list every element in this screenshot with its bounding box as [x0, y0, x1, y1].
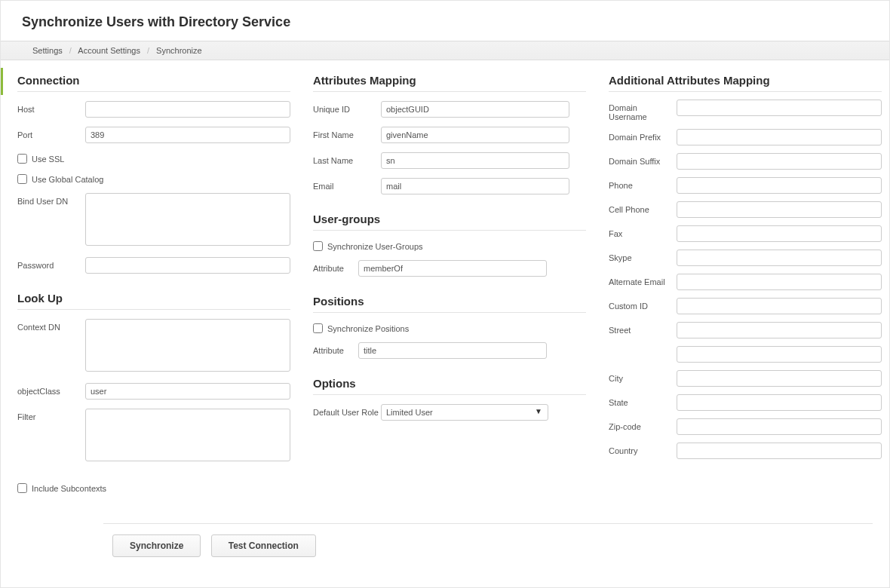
additional-attr-input[interactable]	[677, 370, 882, 387]
page-title: Synchronize Users with Directory Service	[1, 1, 889, 41]
positions-attr-input[interactable]	[358, 342, 547, 359]
breadcrumb-item[interactable]: Account Settings	[78, 46, 140, 55]
default-user-role-select[interactable]: Limited User	[381, 404, 548, 421]
additional-attr-label: City	[609, 370, 677, 383]
additional-attr-row: Country	[609, 443, 882, 459]
section-user-groups-title: User-groups	[313, 213, 586, 231]
first-name-input[interactable]	[381, 127, 569, 143]
section-connection-title: Connection	[17, 74, 290, 92]
objectclass-input[interactable]	[85, 383, 290, 400]
password-label: Password	[17, 257, 85, 270]
breadcrumb-item[interactable]: Synchronize	[156, 46, 202, 55]
filter-input[interactable]	[85, 409, 290, 461]
additional-attr-row: Alternate Email	[609, 274, 882, 290]
additional-attr-label: Domain Username	[609, 100, 677, 121]
additional-attr-row: Zip-code	[609, 418, 882, 435]
additional-attr-label: State	[609, 394, 677, 407]
filter-label: Filter	[17, 409, 85, 421]
additional-attr-row: State	[609, 394, 882, 411]
additional-attr-label: Domain Suffix	[609, 153, 677, 166]
port-input[interactable]	[85, 127, 290, 143]
additional-attr-row: Domain Suffix	[609, 153, 882, 170]
additional-attr-row: Domain Username	[609, 100, 882, 121]
bind-user-dn-label: Bind User DN	[17, 193, 85, 206]
host-input[interactable]	[85, 101, 290, 118]
additional-attr-input[interactable]	[677, 322, 882, 338]
last-name-input[interactable]	[381, 152, 569, 169]
include-subcontexts-label: Include Subcontexts	[32, 484, 106, 493]
additional-attr-input[interactable]	[677, 129, 882, 145]
additional-attr-input[interactable]	[677, 100, 882, 116]
sync-positions-checkbox[interactable]	[313, 323, 323, 333]
use-global-catalog-checkbox[interactable]	[17, 174, 27, 184]
additional-attr-input[interactable]	[677, 250, 882, 266]
user-groups-attr-label: Attribute	[313, 260, 358, 273]
footer-actions: Synchronize Test Connection	[103, 523, 873, 574]
breadcrumb-separator: /	[69, 46, 72, 55]
additional-attr-label: Phone	[609, 177, 677, 190]
additional-attr-input[interactable]	[677, 394, 882, 411]
additional-attr-row: Custom ID	[609, 298, 882, 314]
last-name-label: Last Name	[313, 152, 381, 165]
use-ssl-label: Use SSL	[32, 155, 64, 164]
test-connection-button[interactable]: Test Connection	[211, 534, 316, 557]
additional-attr-label: Fax	[609, 225, 677, 238]
additional-attr-input[interactable]	[677, 274, 882, 290]
additional-attr-row: Cell Phone	[609, 201, 882, 218]
breadcrumb: Settings / Account Settings / Synchroniz…	[1, 41, 889, 60]
sync-positions-label: Synchronize Positions	[327, 324, 409, 333]
bind-user-dn-input[interactable]	[85, 193, 290, 246]
additional-attr-row: Skype	[609, 250, 882, 266]
additional-attr-input[interactable]	[677, 201, 882, 218]
additional-attr-label	[609, 346, 677, 350]
include-subcontexts-checkbox[interactable]	[17, 483, 27, 493]
synchronize-button[interactable]: Synchronize	[112, 534, 201, 557]
breadcrumb-item[interactable]: Settings	[32, 46, 63, 55]
additional-attr-label: Skype	[609, 250, 677, 262]
additional-attr-row: Fax	[609, 225, 882, 242]
additional-attr-input[interactable]	[677, 153, 882, 170]
use-ssl-checkbox[interactable]	[17, 154, 27, 164]
objectclass-label: objectClass	[17, 383, 85, 396]
additional-attr-row: Street	[609, 322, 882, 338]
host-label: Host	[17, 101, 85, 114]
additional-attr-label: Alternate Email	[609, 274, 677, 286]
additional-attr-input[interactable]	[677, 418, 882, 435]
additional-attr-input[interactable]	[677, 225, 882, 242]
sync-user-groups-label: Synchronize User-Groups	[327, 242, 423, 251]
section-additional-attributes-title: Additional Attributes Mapping	[609, 74, 882, 92]
use-global-catalog-label: Use Global Catalog	[32, 175, 103, 184]
breadcrumb-separator: /	[147, 46, 149, 55]
additional-attr-row: City	[609, 370, 882, 387]
additional-attr-row: Phone	[609, 177, 882, 194]
section-options-title: Options	[313, 377, 586, 395]
additional-attr-row: Domain Prefix	[609, 129, 882, 145]
additional-attr-label: Cell Phone	[609, 201, 677, 214]
sync-user-groups-checkbox[interactable]	[313, 241, 323, 251]
context-dn-input[interactable]	[85, 319, 290, 372]
section-lookup-title: Look Up	[17, 292, 290, 310]
default-user-role-label: Default User Role	[313, 404, 381, 417]
additional-attr-input[interactable]	[677, 346, 882, 363]
additional-attr-label: Zip-code	[609, 418, 677, 431]
password-input[interactable]	[85, 257, 290, 274]
first-name-label: First Name	[313, 127, 381, 139]
additional-attr-label: Domain Prefix	[609, 129, 677, 142]
email-input[interactable]	[381, 178, 569, 194]
context-dn-label: Context DN	[17, 319, 85, 332]
unique-id-label: Unique ID	[313, 101, 381, 114]
additional-attr-row	[609, 346, 882, 363]
email-label: Email	[313, 178, 381, 191]
additional-attr-label: Street	[609, 322, 677, 335]
additional-attr-input[interactable]	[677, 443, 882, 459]
port-label: Port	[17, 127, 85, 139]
additional-attr-label: Country	[609, 443, 677, 455]
additional-attr-label: Custom ID	[609, 298, 677, 311]
positions-attr-label: Attribute	[313, 342, 358, 355]
additional-attr-input[interactable]	[677, 298, 882, 314]
additional-attr-input[interactable]	[677, 177, 882, 194]
section-attributes-mapping-title: Attributes Mapping	[313, 74, 586, 92]
user-groups-attr-input[interactable]	[358, 260, 547, 277]
accent-indicator	[1, 68, 3, 95]
unique-id-input[interactable]	[381, 101, 569, 118]
